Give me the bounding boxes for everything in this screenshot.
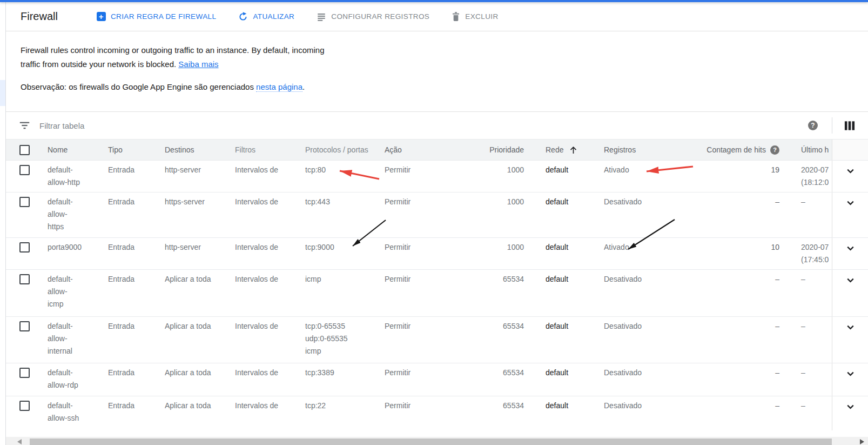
- note-text: Observação: os firewalls do Google App E…: [21, 80, 868, 94]
- nav-strip: [0, 2, 6, 445]
- network-link[interactable]: default: [546, 243, 568, 251]
- cell-prioridade: 65534: [456, 363, 525, 396]
- column-header-registros[interactable]: Registros: [604, 140, 702, 160]
- configure-logs-label: CONFIGURAR REGISTROS: [331, 12, 429, 21]
- chevron-down-icon: [844, 368, 857, 380]
- hits-help-icon[interactable]: ?: [770, 145, 779, 155]
- table-row: default-allow-internalEntradaAplicar a t…: [5, 316, 868, 363]
- column-header-filtros[interactable]: Filtros: [235, 140, 305, 160]
- row-checkbox[interactable]: [19, 368, 30, 378]
- row-expand-button[interactable]: [832, 317, 868, 363]
- cell-registros: Desativado: [604, 317, 702, 363]
- row-select-cell: [5, 238, 48, 269]
- cell-contagem-de-hits: 19: [702, 161, 780, 192]
- configure-logs-button[interactable]: CONFIGURAR REGISTROS: [317, 12, 429, 22]
- cell-protocolos: tcp:9000: [305, 238, 385, 269]
- cell-destinos: Aplicar a toda: [165, 363, 235, 396]
- row-checkbox[interactable]: [19, 274, 30, 284]
- row-expand-button[interactable]: [832, 396, 868, 430]
- create-firewall-rule-button[interactable]: + CRIAR REGRA DE FIREWALL: [97, 12, 216, 21]
- cell-nome: default-allow-internal: [48, 317, 108, 363]
- page-title: Firewall: [21, 10, 58, 23]
- intro-text: Firewall rules control incoming or outgo…: [21, 43, 868, 71]
- network-link[interactable]: default: [546, 165, 568, 174]
- column-header-rede[interactable]: Rede: [525, 140, 604, 160]
- cell-destinos: Aplicar a toda: [165, 317, 235, 363]
- column-header-protocolos[interactable]: Protocolos / portas: [305, 140, 385, 160]
- cell-contagem-de-hits: –: [702, 317, 780, 363]
- row-checkbox[interactable]: [19, 321, 30, 331]
- column-header-nome[interactable]: Nome: [48, 140, 108, 160]
- cell-prioridade: 1000: [456, 161, 525, 192]
- table-header-row: Nome Tipo Destinos Filtros Protocolos / …: [5, 139, 868, 160]
- network-link[interactable]: default: [546, 275, 568, 283]
- column-display-button[interactable]: [844, 121, 855, 131]
- row-expand-button[interactable]: [832, 192, 868, 237]
- firewall-rules-table: Nome Tipo Destinos Filtros Protocolos / …: [5, 139, 868, 430]
- cell-contagem-de-hits: 10: [702, 238, 780, 269]
- cell-rede: default: [525, 192, 604, 237]
- filter-table-input[interactable]: [38, 121, 808, 131]
- cell-protocolos: tcp:3389: [305, 363, 385, 396]
- chevron-down-icon: [844, 197, 857, 209]
- table-filter-bar: ?: [5, 111, 868, 139]
- cell-nome: default-allow-rdp: [48, 363, 108, 396]
- cell-destinos: Aplicar a toda: [165, 270, 235, 316]
- row-checkbox[interactable]: [19, 401, 30, 411]
- row-select-cell: [5, 317, 48, 363]
- cell-tipo: Entrada: [108, 317, 165, 363]
- cell-tipo: Entrada: [108, 238, 165, 269]
- table-row: default-allow-icmpEntradaAplicar a todaI…: [5, 269, 868, 316]
- horizontal-scrollbar[interactable]: [5, 437, 868, 445]
- sort-ascending-icon: [569, 145, 578, 155]
- column-header-ultimo-hit[interactable]: Último h: [780, 140, 832, 160]
- scrollbar-thumb[interactable]: [30, 439, 832, 445]
- logs-icon: [317, 12, 326, 22]
- nav-strip-highlight: [0, 80, 5, 106]
- column-header-contagem-de-hits[interactable]: Contagem de hits ?: [702, 140, 780, 160]
- row-checkbox[interactable]: [19, 165, 30, 175]
- cell-acao: Permitir: [385, 192, 456, 237]
- cell-acao: Permitir: [385, 238, 456, 269]
- column-header-acao[interactable]: Ação: [385, 140, 456, 160]
- row-expand-button[interactable]: [832, 270, 868, 316]
- saiba-mais-link[interactable]: Saiba mais: [178, 59, 218, 69]
- cell-ultimo-hit: –: [780, 192, 832, 237]
- help-button[interactable]: ?: [808, 121, 818, 130]
- cell-contagem-de-hits: –: [702, 192, 780, 237]
- column-header-destinos[interactable]: Destinos: [165, 140, 235, 160]
- chevron-down-icon: [844, 274, 857, 287]
- delete-button[interactable]: EXCLUIR: [452, 12, 498, 22]
- cell-protocolos: icmp: [305, 270, 385, 316]
- cell-contagem-de-hits: –: [702, 363, 780, 396]
- cell-acao: Permitir: [385, 270, 456, 316]
- row-expand-button[interactable]: [832, 161, 868, 192]
- row-expand-button[interactable]: [832, 363, 868, 396]
- scroll-left-button[interactable]: [17, 439, 22, 444]
- select-all-checkbox[interactable]: [19, 145, 30, 155]
- network-link[interactable]: default: [546, 197, 568, 206]
- column-header-tipo[interactable]: Tipo: [108, 140, 165, 160]
- cell-tipo: Entrada: [108, 161, 165, 192]
- scroll-right-button[interactable]: [860, 439, 864, 444]
- row-checkbox[interactable]: [19, 197, 30, 207]
- row-select-cell: [5, 396, 48, 430]
- network-link[interactable]: default: [546, 368, 568, 377]
- row-expand-button[interactable]: [832, 238, 868, 269]
- cell-ultimo-hit: –: [780, 270, 832, 316]
- network-link[interactable]: default: [546, 401, 568, 410]
- cell-acao: Permitir: [385, 396, 456, 430]
- refresh-button[interactable]: ATUALIZAR: [238, 12, 294, 22]
- cell-prioridade: 65534: [456, 270, 525, 316]
- network-link[interactable]: default: [546, 322, 568, 330]
- toolbar-divider: [832, 117, 832, 134]
- row-checkbox[interactable]: [19, 242, 30, 253]
- cell-registros: Desativado: [604, 396, 702, 430]
- cell-filtros: Intervalos de: [235, 363, 305, 396]
- nesta-pagina-link[interactable]: nesta página: [256, 82, 302, 92]
- cell-ultimo-hit: –: [780, 317, 832, 363]
- column-header-prioridade[interactable]: Prioridade: [456, 140, 525, 160]
- cell-nome: default-allow-ssh: [48, 396, 108, 430]
- row-select-cell: [5, 192, 48, 237]
- row-select-cell: [5, 270, 48, 316]
